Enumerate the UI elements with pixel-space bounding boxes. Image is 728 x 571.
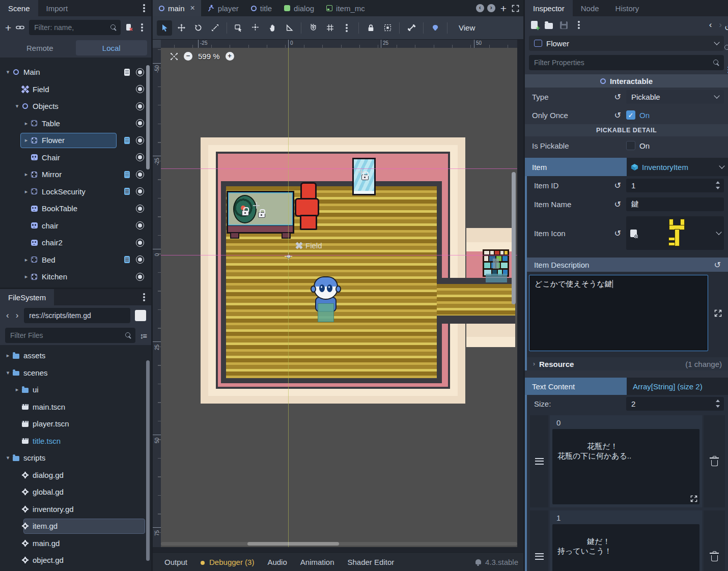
visibility-eye-icon[interactable]: [136, 68, 144, 76]
fold-arrow-icon[interactable]: [13, 103, 21, 109]
visibility-eye-icon[interactable]: [136, 119, 144, 127]
scene-tree-row[interactable]: Objects: [0, 98, 151, 115]
scene-filter-input[interactable]: [29, 20, 121, 35]
close-tab-icon[interactable]: ×: [190, 4, 195, 13]
file-tree-row[interactable]: inventory.gd: [0, 501, 151, 518]
save-resource-icon[interactable]: [560, 21, 568, 29]
resource-foldout[interactable]: ›Resource (1 change): [527, 357, 728, 370]
history-back-icon[interactable]: ‹: [5, 310, 10, 321]
fold-arrow-icon[interactable]: [22, 171, 30, 178]
bone-options-icon[interactable]: [404, 20, 419, 36]
file-tree-row[interactable]: scripts: [0, 449, 151, 467]
new-scene-tab-button[interactable]: +: [500, 3, 507, 14]
item-resource-picker[interactable]: InventoryItem: [627, 158, 728, 176]
drag-handle[interactable]: [530, 415, 548, 507]
object-history-icon[interactable]: ↺: [724, 23, 728, 33]
visibility-eye-icon[interactable]: [136, 273, 144, 281]
prev-scene-tab-icon[interactable]: ‹: [476, 4, 484, 12]
scene-tree-row[interactable]: Bed: [0, 251, 151, 269]
visibility-eye-icon[interactable]: [136, 205, 144, 213]
bottom-panel-button[interactable]: Audio: [261, 553, 293, 571]
current-path-field[interactable]: [24, 308, 130, 323]
fold-arrow-icon[interactable]: [4, 352, 12, 359]
revert-icon[interactable]: ↺: [614, 181, 621, 190]
grid-snap-icon[interactable]: [322, 20, 338, 36]
drag-handle[interactable]: [530, 510, 548, 571]
mirror-sprite[interactable]: [352, 158, 376, 195]
file-tree-row[interactable]: assets: [0, 347, 151, 364]
item-description-textarea[interactable]: どこかで使えそうな鍵: [529, 275, 708, 351]
bottom-panel-button[interactable]: Animation: [294, 553, 341, 571]
script-icon[interactable]: [124, 256, 130, 263]
move-tool-button[interactable]: [174, 20, 189, 36]
expand-textarea-icon[interactable]: [690, 495, 697, 502]
item-name-field[interactable]: 鍵: [626, 197, 724, 211]
rotate-tool-button[interactable]: [190, 20, 206, 36]
file-tree-row[interactable]: object.gd: [0, 552, 151, 569]
tab-node[interactable]: Node: [573, 0, 607, 16]
file-tree-row[interactable]: main.gd: [0, 535, 151, 552]
visibility-eye-icon[interactable]: [136, 153, 144, 161]
viewport-horizontal-scrollbar[interactable]: [247, 542, 339, 546]
item-icon-picker[interactable]: [626, 216, 724, 250]
visibility-eye-icon[interactable]: [136, 102, 144, 110]
tab-inspector[interactable]: Inspector: [525, 0, 573, 16]
visibility-eye-icon[interactable]: [136, 255, 144, 264]
tab-import[interactable]: Import: [38, 0, 76, 16]
scene-tree-row[interactable]: Main: [0, 64, 151, 81]
player-sprite[interactable]: [312, 276, 340, 322]
only-once-checkbox[interactable]: [626, 110, 635, 120]
scene-tab-title[interactable]: title: [245, 0, 278, 16]
resource-menu-icon[interactable]: [578, 24, 580, 26]
fold-arrow-icon[interactable]: [22, 120, 30, 127]
scene-tree-row[interactable]: Mirror: [0, 166, 151, 183]
list-select-tool-button[interactable]: [231, 20, 246, 36]
expand-textarea-icon[interactable]: [714, 309, 722, 317]
scene-tree-row[interactable]: Flower: [0, 132, 151, 149]
file-tree-scrollbar[interactable]: [146, 360, 150, 561]
visibility-eye-icon[interactable]: [136, 187, 144, 195]
script-icon[interactable]: [124, 137, 130, 144]
is-pickable-checkbox[interactable]: [626, 141, 635, 150]
notifications-bell-icon[interactable]: [475, 559, 481, 564]
visibility-eye-icon[interactable]: [136, 239, 144, 247]
revert-icon[interactable]: ↺: [614, 92, 621, 102]
section-interactable[interactable]: Interactable: [525, 74, 728, 88]
scene-tree-row[interactable]: Field: [0, 81, 151, 98]
load-resource-icon[interactable]: [545, 23, 553, 29]
array-size-spinbox[interactable]: 2: [626, 397, 724, 411]
scale-tool-button[interactable]: [207, 20, 222, 36]
delete-element-button[interactable]: [704, 415, 725, 507]
new-resource-icon[interactable]: [531, 21, 538, 29]
revert-icon[interactable]: ↺: [614, 229, 621, 238]
array-type-button[interactable]: Array[String] (size 2): [627, 378, 728, 395]
section-pickable-detail[interactable]: PICKABLE DETAIL: [525, 124, 728, 136]
snapping-options-icon[interactable]: [339, 20, 354, 36]
group-node-icon[interactable]: [380, 20, 395, 36]
center-view-icon[interactable]: [170, 52, 178, 61]
scene-tree-menu-icon[interactable]: [141, 26, 143, 28]
fold-arrow-icon[interactable]: [4, 454, 12, 461]
tab-filesystem[interactable]: FileSystem: [0, 289, 54, 305]
file-tree-row[interactable]: dialog.gd: [0, 467, 151, 484]
file-tree-row[interactable]: player.tscn: [0, 415, 151, 433]
zoom-level[interactable]: 599 %: [198, 52, 220, 61]
fold-arrow-icon[interactable]: [4, 369, 12, 376]
scene-tree-row[interactable]: Table: [0, 115, 151, 132]
scene-tree-row[interactable]: chair2: [0, 234, 151, 251]
inspector-back-icon[interactable]: ‹: [709, 20, 712, 30]
scene-tab-main[interactable]: main ×: [153, 0, 201, 16]
visibility-eye-icon[interactable]: [136, 221, 144, 230]
scene-tab-item-mc[interactable]: item_mc: [320, 0, 371, 16]
item-property-label[interactable]: Item: [525, 158, 627, 176]
revert-icon[interactable]: ↺: [614, 110, 621, 120]
viewport-vertical-scrollbar[interactable]: [512, 172, 516, 304]
cabinet-sprite[interactable]: [227, 191, 294, 238]
visibility-eye-icon[interactable]: [136, 170, 144, 179]
view-menu-button[interactable]: View: [454, 23, 480, 32]
inspector-forward-icon[interactable]: ›: [719, 20, 722, 30]
spin-arrows-icon[interactable]: [716, 399, 720, 408]
zoom-out-button[interactable]: −: [184, 52, 192, 61]
scene-tree-row[interactable]: BookTable: [0, 200, 151, 217]
edited-object-selector[interactable]: Flower: [529, 36, 724, 51]
